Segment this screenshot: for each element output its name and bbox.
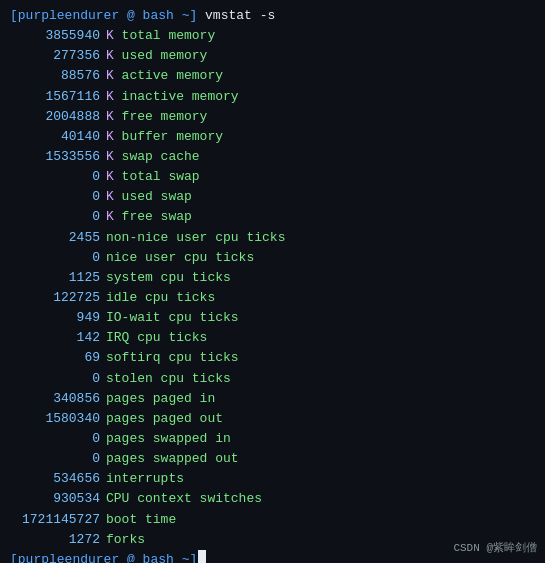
row-number: 0 <box>10 167 100 187</box>
output-row: 0pages swapped in <box>10 429 535 449</box>
row-number: 1721145727 <box>10 510 100 530</box>
row-unit: K <box>106 147 122 167</box>
output-row: 142IRQ cpu ticks <box>10 328 535 348</box>
row-desc: free swap <box>122 207 192 227</box>
command-text: vmstat -s <box>197 6 275 26</box>
output-row: 0K total swap <box>10 167 535 187</box>
output-row: 1533556K swap cache <box>10 147 535 167</box>
row-desc: interrupts <box>106 469 184 489</box>
row-desc: pages swapped out <box>106 449 239 469</box>
output-row: 534656interrupts <box>10 469 535 489</box>
row-number: 277356 <box>10 46 100 66</box>
row-desc: stolen cpu ticks <box>106 369 231 389</box>
row-desc: inactive memory <box>122 87 239 107</box>
row-number: 0 <box>10 369 100 389</box>
row-desc: total memory <box>122 26 216 46</box>
row-desc: used swap <box>122 187 192 207</box>
row-number: 0 <box>10 429 100 449</box>
row-desc: pages paged in <box>106 389 215 409</box>
row-desc: CPU context switches <box>106 489 262 509</box>
row-number: 0 <box>10 207 100 227</box>
row-number: 340856 <box>10 389 100 409</box>
row-number: 1580340 <box>10 409 100 429</box>
output-row: 930534CPU context switches <box>10 489 535 509</box>
output-row: 2455non-nice user cpu ticks <box>10 228 535 248</box>
output-row: 0K free swap <box>10 207 535 227</box>
row-number: 1567116 <box>10 87 100 107</box>
row-desc: idle cpu ticks <box>106 288 215 308</box>
row-number: 949 <box>10 308 100 328</box>
command-line: [purpleendurer @ bash ~] vmstat -s <box>10 6 535 26</box>
row-unit: K <box>106 46 122 66</box>
row-number: 1533556 <box>10 147 100 167</box>
row-unit: K <box>106 187 122 207</box>
row-desc: nice user cpu ticks <box>106 248 254 268</box>
output-row: 277356K used memory <box>10 46 535 66</box>
row-desc: IO-wait cpu ticks <box>106 308 239 328</box>
row-desc: swap cache <box>122 147 200 167</box>
row-number: 0 <box>10 187 100 207</box>
output-row: 0pages swapped out <box>10 449 535 469</box>
row-desc: non-nice user cpu ticks <box>106 228 285 248</box>
row-unit: K <box>106 87 122 107</box>
output-row: 122725idle cpu ticks <box>10 288 535 308</box>
row-unit: K <box>106 107 122 127</box>
output-row: 1580340pages paged out <box>10 409 535 429</box>
output-row: 1567116K inactive memory <box>10 87 535 107</box>
row-number: 1125 <box>10 268 100 288</box>
row-desc: used memory <box>122 46 208 66</box>
row-number: 88576 <box>10 66 100 86</box>
prompt-end: [purpleendurer @ bash ~] <box>10 550 197 563</box>
row-number: 2004888 <box>10 107 100 127</box>
output-row: 0stolen cpu ticks <box>10 369 535 389</box>
row-number: 534656 <box>10 469 100 489</box>
terminal-window: [purpleendurer @ bash ~] vmstat -s 38559… <box>0 0 545 563</box>
row-desc: free memory <box>122 107 208 127</box>
row-number: 3855940 <box>10 26 100 46</box>
row-unit: K <box>106 66 122 86</box>
row-number: 122725 <box>10 288 100 308</box>
output-row: 1125system cpu ticks <box>10 268 535 288</box>
row-number: 69 <box>10 348 100 368</box>
output-row: 3855940K total memory <box>10 26 535 46</box>
output-row: 2004888K free memory <box>10 107 535 127</box>
row-desc: total swap <box>122 167 200 187</box>
row-desc: pages swapped in <box>106 429 231 449</box>
row-desc: pages paged out <box>106 409 223 429</box>
row-unit: K <box>106 127 122 147</box>
row-desc: IRQ cpu ticks <box>106 328 207 348</box>
output-row: 40140K buffer memory <box>10 127 535 147</box>
row-number: 930534 <box>10 489 100 509</box>
output-row: 1721145727boot time <box>10 510 535 530</box>
row-unit: K <box>106 167 122 187</box>
output-row: 340856pages paged in <box>10 389 535 409</box>
output-row: 0nice user cpu ticks <box>10 248 535 268</box>
row-number: 40140 <box>10 127 100 147</box>
row-number: 142 <box>10 328 100 348</box>
row-number: 1272 <box>10 530 100 550</box>
output-area: 3855940K total memory277356K used memory… <box>10 26 535 550</box>
row-desc: softirq cpu ticks <box>106 348 239 368</box>
output-row: 949IO-wait cpu ticks <box>10 308 535 328</box>
output-row: 88576K active memory <box>10 66 535 86</box>
row-number: 0 <box>10 248 100 268</box>
output-row: 0K used swap <box>10 187 535 207</box>
row-desc: system cpu ticks <box>106 268 231 288</box>
row-unit: K <box>106 26 122 46</box>
row-desc: boot time <box>106 510 176 530</box>
prompt-start: [purpleendurer @ bash ~] <box>10 6 197 26</box>
row-number: 0 <box>10 449 100 469</box>
row-desc: active memory <box>122 66 223 86</box>
watermark: CSDN @紫眸剑僧 <box>453 540 537 555</box>
output-row: 69softirq cpu ticks <box>10 348 535 368</box>
row-desc: buffer memory <box>122 127 223 147</box>
row-unit: K <box>106 207 122 227</box>
row-number: 2455 <box>10 228 100 248</box>
cursor <box>198 550 206 563</box>
row-desc: forks <box>106 530 145 550</box>
